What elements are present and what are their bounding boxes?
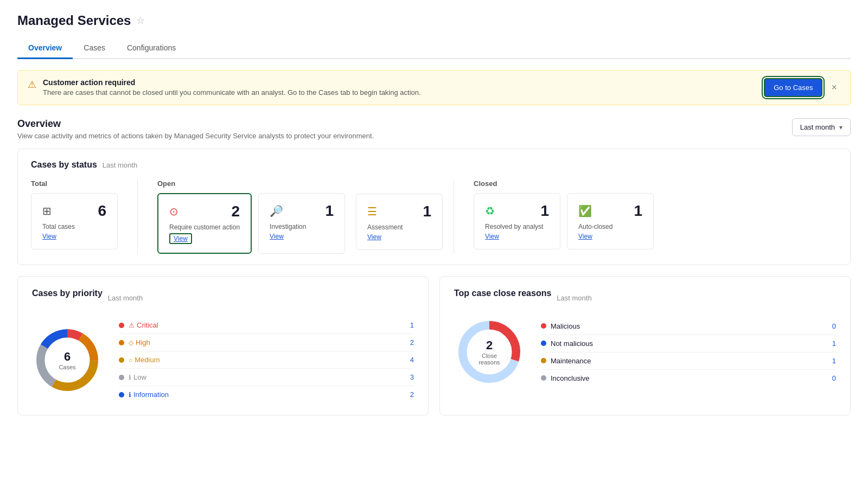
auto-closed-label: Auto-closed [578,223,612,230]
tab-cases[interactable]: Cases [73,38,116,59]
legend-critical: ⚠ Critical 1 [119,317,414,334]
priority-period: Last month [108,294,143,302]
investigation-view-link[interactable]: View [270,233,284,240]
close-reasons-period: Last month [557,294,591,302]
closed-items: ♻ 1 Resolved by analyst View ✅ 1 Auto-cl… [474,193,837,249]
priority-header: Cases by priority Last month [32,289,414,307]
not-malicious-count: 1 [832,339,836,348]
close-reasons-total-number: 2 [472,338,507,352]
overview-title-block: Overview View case activity and metrics … [17,118,374,140]
go-to-cases-button[interactable]: Go to Cases [764,78,822,97]
total-cases-label: Total cases [42,223,75,230]
exclamation-circle-icon: ⊙ [169,205,178,218]
banner-actions: Go to Cases × [764,78,840,97]
medium-dot [119,357,124,363]
require-action-label: Require customer action [169,223,240,231]
tab-configurations[interactable]: Configurations [116,38,187,59]
require-customer-action-item: ⊙ 2 Require customer action View [157,193,252,254]
status-groups-container: Total ⊞ 6 Total cases View Open [31,180,837,254]
resolved-by-analyst-item: ♻ 1 Resolved by analyst View [474,193,560,249]
tabs-nav: Overview Cases Configurations [17,38,851,59]
close-reasons-chart-section: 2 Close reasons Malicious 0 Not maliciou… [454,317,836,387]
assessment-row: ☰ 1 [367,203,431,220]
investigation-number: 1 [325,202,334,220]
legend-high: ◇ High 2 [119,334,414,351]
overview-title: Overview [17,118,374,130]
medium-count: 4 [410,356,414,364]
info-label: ℹ Information [129,390,410,399]
assessment-icon: ☰ [367,205,377,218]
maintenance-count: 1 [832,357,836,365]
close-reasons-card: Top case close reasons Last month 2 Clos… [439,276,851,415]
resolved-number: 1 [540,202,549,220]
legend-maintenance: Maintenance 1 [541,352,836,370]
low-dot [119,375,124,380]
legend-medium: ○ Medium 4 [119,351,414,369]
priority-chart-section: 6 Cases ⚠ Critical 1 [32,317,414,403]
open-items: ⊙ 2 Require customer action View 🔎 1 Inv… [157,193,345,254]
resolved-row: ♻ 1 [485,202,549,220]
high-count: 2 [410,338,414,347]
separator-1 [137,180,138,254]
investigation-item: 🔎 1 Investigation View [258,193,345,254]
cases-by-status-header: Cases by status Last month [31,160,837,170]
info-count: 2 [410,390,414,399]
auto-closed-item: ✅ 1 Auto-closed View [567,193,654,249]
auto-closed-row: ✅ 1 [578,202,642,220]
low-label: ℹ Low [129,373,410,381]
high-icon: ◇ [129,339,133,347]
period-dropdown[interactable]: Last month ▾ [792,118,851,136]
total-cases-view-link[interactable]: View [42,233,56,240]
assessment-view-link[interactable]: View [367,233,381,241]
assessment-items: ☰ 1 Assessment View [356,194,443,250]
priority-total-number: 6 [59,350,75,364]
critical-dot [119,323,124,328]
info-dot [119,392,124,398]
close-reasons-legend: Malicious 0 Not malicious 1 Maintenance … [541,318,836,387]
resolved-view-link[interactable]: View [485,233,499,240]
high-label: ◇ High [129,338,410,347]
closed-group: Closed ♻ 1 Resolved by analyst View [474,180,837,254]
banner-close-button[interactable]: × [828,81,840,94]
total-group: Total ⊞ 6 Total cases View [31,180,118,254]
require-action-view-link[interactable]: View [169,233,192,244]
low-count: 3 [410,373,414,381]
close-reasons-donut-center: 2 Close reasons [472,338,507,366]
page-title: Managed Services [17,13,131,28]
critical-icon: ⚠ [129,322,135,329]
customer-action-banner: ⚠ Customer action required There are cas… [17,70,851,105]
priority-total-label: Cases [59,364,75,370]
cases-by-status-period: Last month [103,161,137,169]
banner-description: There are cases that cannot be closed un… [43,88,421,97]
cases-by-priority-card: Cases by priority Last month [17,276,429,415]
page-header: Managed Services ☆ [17,13,851,28]
close-reasons-total-label: Close reasons [472,352,507,366]
tab-overview[interactable]: Overview [17,38,73,59]
close-reasons-header: Top case close reasons Last month [454,289,836,307]
overview-description: View case activity and metrics of action… [17,132,374,140]
investigation-row: 🔎 1 [270,202,334,220]
assessment-label: Assessment [367,223,403,231]
assessment-group: ☰ 1 Assessment View [356,180,443,254]
inconclusive-dot [541,375,546,381]
inconclusive-label: Inconclusive [551,374,832,382]
favorite-star-icon[interactable]: ☆ [136,15,145,27]
not-malicious-label: Not malicious [551,339,832,348]
total-cases-number: 6 [98,202,106,220]
malicious-label: Malicious [551,322,832,330]
total-cases-item: ⊞ 6 Total cases View [31,193,118,249]
period-label: Last month [800,123,835,131]
cases-by-status-card: Cases by status Last month Total ⊞ 6 Tot… [17,149,851,265]
priority-donut-center: 6 Cases [59,350,75,370]
page-container: Managed Services ☆ Overview Cases Config… [0,0,868,500]
low-icon: ℹ [129,374,131,381]
medium-icon: ○ [129,356,132,364]
inconclusive-count: 0 [832,374,836,382]
resolved-label: Resolved by analyst [485,223,543,230]
auto-closed-view-link[interactable]: View [578,233,592,240]
legend-malicious: Malicious 0 [541,318,836,335]
info-icon: ℹ [129,391,131,399]
chevron-down-icon: ▾ [839,124,843,131]
critical-label: ⚠ Critical [129,321,410,329]
resolved-icon: ♻ [485,204,495,217]
